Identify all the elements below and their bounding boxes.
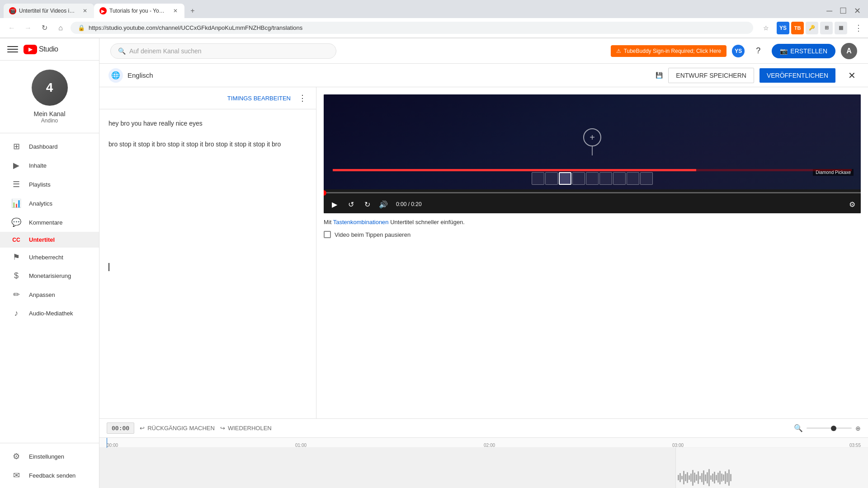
sidebar-item-audio[interactable]: ♪ Audio-Mediathek xyxy=(0,304,99,323)
sidebar-item-urheberrecht[interactable]: ⚑ Urheberrecht xyxy=(0,248,99,267)
sidebar-item-analytics[interactable]: 📊 Analytics xyxy=(0,194,99,213)
video-controls: ▶ ↺ ↻ 🔊 0:00 / 0:20 ⚙ xyxy=(324,197,861,213)
search-placeholder: Auf deinem Kanal suchen xyxy=(129,47,202,55)
address-bar[interactable]: 🔒 https://studio.youtube.com/channel/UCC… xyxy=(71,22,753,34)
user-avatar[interactable]: A xyxy=(841,43,857,59)
modal-window: 🌐 Englisch 💾 ENTWURF SPEICHERN VERÖFFENT… xyxy=(99,64,868,488)
fast-forward-button[interactable]: ↻ xyxy=(362,199,373,210)
timeline-tracks[interactable] xyxy=(99,448,868,488)
rewind-button[interactable]: ↺ xyxy=(345,199,356,210)
timeline-toolbar: 00:00 ↩ RÜCKGÄNGIG MACHEN ↪ WIEDERHOLEN … xyxy=(99,419,868,438)
tab-favicon-1: 🎬 xyxy=(9,7,16,14)
untertitel-icon: CC xyxy=(11,237,22,243)
reload-button[interactable]: ↻ xyxy=(38,22,51,34)
progress-bar[interactable] xyxy=(324,192,861,193)
warning-icon: ⚠ xyxy=(616,48,621,54)
yt-studio-app: Studio 4 Mein Kanal Andino ⊞ Dashboard ▶… xyxy=(0,38,868,488)
progress-area: ▶ ↺ ↻ 🔊 0:00 / 0:20 ⚙ xyxy=(324,189,861,213)
zoom-controls: 🔍 ⊕ xyxy=(794,424,861,432)
sidebar-item-feedback[interactable]: ✉ Feedback senden xyxy=(0,466,99,485)
sidebar-item-audio-label: Audio-Mediathek xyxy=(29,310,73,317)
subtitle-line-2[interactable]: bro stop it stop it bro stop it stop it … xyxy=(108,139,307,149)
video-container: + Diamond Pickaxe xyxy=(324,94,861,213)
more-options-button[interactable]: ⋮ xyxy=(854,23,863,33)
shortcuts-suffix: Untertitel schneller einfügen. xyxy=(389,219,465,225)
lang-icon: 🌐 xyxy=(108,68,123,83)
ruler-mark-2: 02:00 xyxy=(484,443,495,448)
tubebuddy-bar[interactable]: ⚠ TubeBuddy Sign-in Required; Click Here xyxy=(611,45,727,57)
tab-title-2: Tutorials for you - YouTube xyxy=(109,8,167,14)
zoom-in-icon[interactable]: ⊕ xyxy=(855,425,861,432)
sidebar-item-inhalte[interactable]: ▶ Inhalte xyxy=(0,156,99,175)
undo-button[interactable]: ↩ RÜCKGÄNGIG MACHEN xyxy=(140,425,215,432)
minimize-button[interactable]: ─ xyxy=(826,6,832,16)
help-button[interactable]: ? xyxy=(750,43,766,59)
extension-btn-3[interactable]: 🔑 xyxy=(806,22,818,34)
shortcuts-link[interactable]: Tastenkombinationen xyxy=(333,219,389,225)
settings-button[interactable]: ⚙ xyxy=(849,200,855,209)
bookmark-button[interactable]: ☆ xyxy=(760,23,771,33)
volume-button[interactable]: 🔊 xyxy=(378,199,389,210)
subtitle-modal: 🌐 Englisch 💾 ENTWURF SPEICHERN VERÖFFENT… xyxy=(99,64,868,488)
waveform-area xyxy=(676,448,868,488)
ruler-mark-3: 03:00 xyxy=(672,443,684,448)
entwurf-speichern-button[interactable]: ENTWURF SPEICHERN xyxy=(668,68,754,83)
shortcuts-prefix: Mit xyxy=(324,219,333,225)
sidebar-item-monetarisierung[interactable]: $ Monetarisierung xyxy=(0,267,99,285)
subtitle-line-1[interactable]: hey bro you have really nice eyes xyxy=(108,118,307,128)
sidebar-item-anpassen[interactable]: ✏ Anpassen xyxy=(0,285,99,304)
search-icon: 🔍 xyxy=(118,47,126,55)
save-icon-btn[interactable]: 💾 xyxy=(656,72,663,79)
yt-logo-icon xyxy=(24,45,37,54)
sidebar-item-anpassen-label: Anpassen xyxy=(29,291,55,298)
tab-favicon-2: ▶ xyxy=(99,7,107,14)
new-tab-button[interactable]: + xyxy=(186,5,199,17)
close-button[interactable]: ✕ xyxy=(854,6,861,16)
extension-btn-4[interactable]: ⊞ xyxy=(820,22,833,34)
browser-tabs: 🎬 Untertitel für Videos im Kanal... ✕ ▶ … xyxy=(0,0,868,18)
sidebar-item-kommentare[interactable]: 💬 Kommentare xyxy=(0,213,99,232)
browser-tab-2[interactable]: ▶ Tutorials for you - YouTube ✕ xyxy=(94,4,184,18)
video-center: + xyxy=(583,128,601,155)
monetarisierung-icon: $ xyxy=(11,271,22,281)
text-cursor xyxy=(108,263,109,271)
zoom-out-icon[interactable]: 🔍 xyxy=(794,424,803,432)
redo-button[interactable]: ↪ WIEDERHOLEN xyxy=(220,425,272,432)
subtitle-text-area[interactable]: hey bro you have really nice eyes bro st… xyxy=(99,109,316,418)
extension-btn-2[interactable]: TB xyxy=(791,22,804,34)
sidebar-item-einstellungen[interactable]: ⚙ Einstellungen xyxy=(0,447,99,466)
search-bar[interactable]: 🔍 Auf deinem Kanal suchen xyxy=(110,43,336,59)
browser-tab-1[interactable]: 🎬 Untertitel für Videos im Kanal... ✕ xyxy=(4,4,94,18)
sidebar-item-dashboard[interactable]: ⊞ Dashboard xyxy=(0,137,99,156)
modal-close-button[interactable]: ✕ xyxy=(844,68,859,83)
save-icon: 💾 xyxy=(656,72,663,79)
kommentare-icon: 💬 xyxy=(11,217,22,227)
subtitle-more-button[interactable]: ⋮ xyxy=(296,92,309,104)
tab-close-2[interactable]: ✕ xyxy=(172,7,179,14)
extension-btn-1[interactable]: YS xyxy=(777,22,789,34)
pause-checkbox[interactable] xyxy=(324,231,331,238)
undo-icon: ↩ xyxy=(140,425,145,432)
home-button[interactable]: ⌂ xyxy=(54,22,67,34)
analytics-icon: 📊 xyxy=(11,198,22,208)
timings-bearbeiten-button[interactable]: TIMINGS BEARBEITEN xyxy=(227,95,291,102)
tubebuddy-text: TubeBuddy Sign-in Required; Click Here xyxy=(624,48,722,54)
tab-close-1[interactable]: ✕ xyxy=(81,7,89,14)
hamburger-menu[interactable] xyxy=(7,44,18,55)
sidebar-item-urheberrecht-label: Urheberrecht xyxy=(29,254,63,261)
zoom-slider[interactable] xyxy=(807,427,852,429)
erstellen-button[interactable]: 📷 ERSTELLEN xyxy=(772,44,835,58)
sidebar-item-analytics-label: Analytics xyxy=(29,200,52,207)
sidebar: Studio 4 Mein Kanal Andino ⊞ Dashboard ▶… xyxy=(0,38,99,488)
sidebar-item-untertitel[interactable]: CC Untertitel xyxy=(0,232,99,248)
hp-bar-bg xyxy=(333,169,852,171)
hp-bar-fill xyxy=(333,169,696,171)
sidebar-item-playlists[interactable]: ☰ Playlists xyxy=(0,175,99,194)
veroeffentlichen-button[interactable]: VERÖFFENTLICHEN xyxy=(760,68,835,83)
play-button[interactable]: ▶ xyxy=(329,199,340,210)
maximize-button[interactable]: ☐ xyxy=(840,6,847,16)
yt-studio-badge[interactable]: YS xyxy=(732,45,745,57)
yt-studio-logo[interactable]: Studio xyxy=(24,45,58,54)
shortcuts-info: Mit Tastenkombinationen Untertitel schne… xyxy=(324,219,861,225)
extension-btn-5[interactable]: ▦ xyxy=(835,22,847,34)
